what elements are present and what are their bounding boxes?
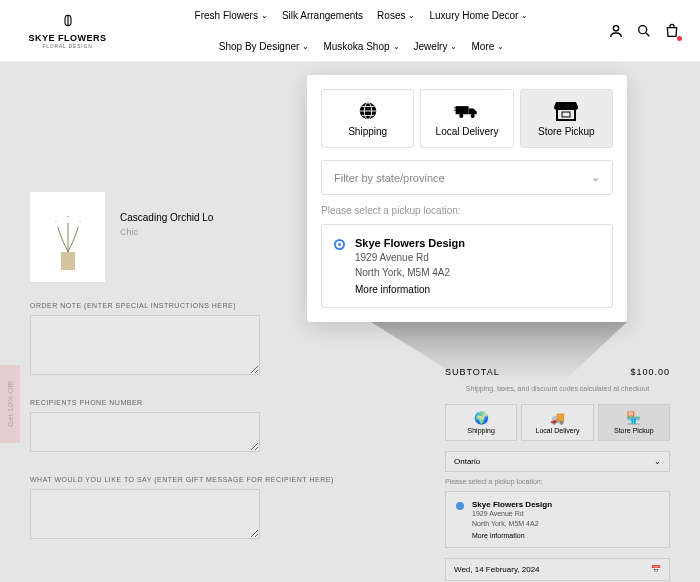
popover-pickup-prompt: Please select a pickup location:: [321, 205, 613, 216]
chevron-down-icon: ⌄: [654, 457, 661, 466]
svg-point-6: [75, 221, 81, 227]
truck-icon: [425, 100, 508, 122]
store-icon: [525, 100, 608, 122]
radio-selected[interactable]: [334, 239, 345, 250]
more-info-link[interactable]: More information: [355, 284, 465, 295]
popover-tab-shipping[interactable]: Shipping: [321, 89, 414, 148]
store-icon: 🏪: [601, 411, 667, 425]
pickup-prompt: Please select a pickup location:: [445, 478, 670, 485]
search-icon[interactable]: [636, 23, 652, 39]
svg-point-11: [459, 114, 463, 118]
calendar-icon: 📅: [651, 565, 661, 574]
gift-message-input[interactable]: [30, 489, 260, 539]
svg-point-2: [51, 213, 59, 221]
more-info-link[interactable]: More information: [472, 532, 552, 539]
location-name: Skye Flowers Design: [355, 237, 465, 249]
popover-filter-select[interactable]: Filter by state/province ⌄: [321, 160, 613, 195]
popover-location-option[interactable]: Skye Flowers Design 1929 Avenue Rd North…: [321, 224, 613, 308]
cart-summary: SUBTOTAL $100.00 Shipping, taxes, and di…: [445, 367, 670, 582]
svg-rect-1: [61, 252, 75, 270]
nav-designer[interactable]: Shop By Designer⌄: [219, 41, 310, 52]
nav-luxury[interactable]: Luxury Home Decor⌄: [429, 10, 528, 21]
nav-silk[interactable]: Silk Arrangements: [282, 10, 363, 21]
order-note-input[interactable]: [30, 315, 260, 375]
subtotal-value: $100.00: [630, 367, 670, 377]
nav-more[interactable]: More⌄: [471, 41, 504, 52]
product-thumbnail[interactable]: [30, 192, 105, 282]
cart-tab-pickup[interactable]: 🏪 Store Pickup: [598, 404, 670, 441]
zoom-callout: Shipping Local Delivery Store Pickup Fil…: [307, 75, 627, 322]
svg-point-4: [77, 213, 85, 221]
nav-fresh-flowers[interactable]: Fresh Flowers⌄: [195, 10, 268, 21]
svg-point-7: [65, 217, 71, 223]
product-variant: Chic: [120, 227, 213, 237]
product-title: Cascading Orchid Lo: [120, 212, 213, 223]
popover-tab-pickup[interactable]: Store Pickup: [520, 89, 613, 148]
cart-tab-shipping[interactable]: 🌍 Shipping: [445, 404, 517, 441]
popover-tab-local[interactable]: Local Delivery: [420, 89, 513, 148]
tulip-icon: [20, 13, 115, 31]
svg-point-3: [64, 208, 72, 216]
svg-point-5: [55, 221, 61, 227]
globe-icon: [326, 100, 409, 122]
svg-point-0: [639, 25, 647, 33]
nav-roses[interactable]: Roses⌄: [377, 10, 415, 21]
shipping-note: Shipping, taxes, and discount codes calc…: [445, 385, 670, 392]
pickup-location-option[interactable]: Skye Flowers Design 1929 Avenue Rd North…: [445, 491, 670, 548]
cart-icon[interactable]: [664, 23, 680, 39]
cart-tab-local[interactable]: 🚚 Local Delivery: [521, 404, 593, 441]
chevron-down-icon: ⌄: [591, 171, 600, 184]
brand-logo[interactable]: SKYE FLOWERS FLORAL DESIGN: [20, 13, 115, 49]
svg-point-12: [471, 114, 475, 118]
pickup-date-input[interactable]: Wed, 14 February, 2024 📅: [445, 558, 670, 581]
province-select[interactable]: Ontario ⌄: [445, 451, 670, 472]
svg-rect-10: [456, 106, 469, 114]
svg-rect-14: [562, 112, 570, 117]
svg-rect-13: [557, 109, 575, 120]
account-icon[interactable]: [608, 23, 624, 39]
nav-muskoka[interactable]: Muskoka Shop⌄: [323, 41, 399, 52]
site-header: SKYE FLOWERS FLORAL DESIGN Fresh Flowers…: [0, 0, 700, 62]
location-name: Skye Flowers Design: [472, 500, 552, 509]
nav-jewelry[interactable]: Jewelry⌄: [414, 41, 458, 52]
truck-icon: 🚚: [524, 411, 590, 425]
globe-icon: 🌍: [448, 411, 514, 425]
main-nav: Fresh Flowers⌄ Silk Arrangements Roses⌄ …: [115, 10, 608, 52]
radio-selected[interactable]: [456, 502, 464, 510]
phone-input[interactable]: [30, 412, 260, 452]
